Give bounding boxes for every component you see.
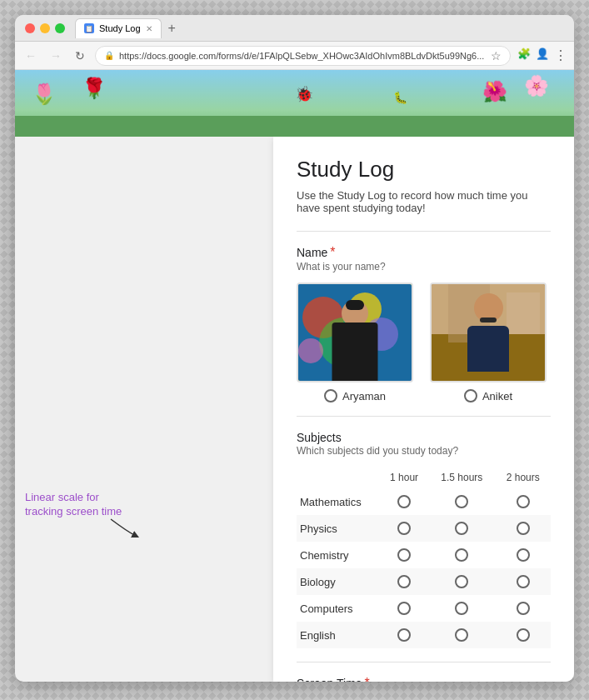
title-bar: 📋 Study Log ✕ + — [15, 15, 574, 42]
table-row: English — [297, 622, 551, 648]
divider-2 — [297, 416, 551, 417]
bio-2hr[interactable] — [496, 568, 552, 595]
nav-bar: ← → ↻ 🔒 https://docs.google.com/forms/d/… — [15, 42, 574, 70]
table-row: Chemistry — [297, 542, 551, 568]
table-row: Mathematics — [297, 488, 551, 515]
phys-2hr[interactable] — [496, 515, 552, 542]
comp-15hr[interactable] — [428, 595, 495, 622]
photo-frame-aryaman — [297, 282, 413, 382]
table-row: Physics — [297, 515, 551, 542]
comp-1hr[interactable] — [380, 595, 428, 622]
math-2hr[interactable] — [496, 488, 552, 515]
radio-math-2hr[interactable] — [517, 495, 530, 508]
photo-option-aniket[interactable]: Aniket — [430, 282, 547, 402]
chem-1hr[interactable] — [380, 542, 428, 568]
bio-15hr[interactable] — [428, 568, 495, 595]
aniket-option-row[interactable]: Aniket — [464, 389, 512, 402]
comp-2hr[interactable] — [496, 595, 552, 622]
radio-comp-15hr[interactable] — [455, 602, 468, 615]
form-title: Study Log — [297, 157, 551, 182]
close-button[interactable] — [25, 23, 35, 33]
tab-favicon: 📋 — [84, 23, 94, 33]
radio-bio-15hr[interactable] — [455, 575, 468, 588]
subjects-section: Subjects Which subjects did you study to… — [297, 430, 551, 648]
radio-eng-2hr[interactable] — [517, 628, 530, 642]
lock-icon: 🔒 — [104, 51, 114, 60]
browser-content: 🌷 🌹 🌸 🌺 🐞 🐛 Linear scale for tracking sc… — [15, 70, 574, 682]
subject-english: English — [297, 622, 380, 648]
radio-bio-1hr[interactable] — [397, 575, 411, 588]
screen-time-label: Screen Time — [297, 677, 362, 682]
radio-chem-1hr[interactable] — [397, 548, 411, 562]
aryaman-radio[interactable] — [324, 389, 337, 402]
radio-bio-2hr[interactable] — [517, 575, 530, 588]
svg-point-5 — [298, 338, 323, 363]
chem-2hr[interactable] — [496, 542, 552, 568]
photo-frame-aniket — [430, 282, 547, 382]
grass-strip — [15, 116, 574, 137]
eng-15hr[interactable] — [428, 622, 495, 648]
subjects-sublabel: Which subjects did you study today? — [297, 445, 551, 457]
radio-comp-2hr[interactable] — [517, 602, 530, 615]
svg-rect-9 — [507, 292, 540, 334]
math-15hr[interactable] — [428, 488, 495, 515]
maximize-button[interactable] — [55, 23, 65, 33]
refresh-button[interactable]: ↻ — [72, 48, 88, 64]
phys-15hr[interactable] — [428, 515, 495, 542]
screen-time-required: * — [365, 676, 370, 682]
aryaman-label: Aryaman — [342, 390, 386, 402]
divider-3 — [297, 662, 551, 662]
browser-tab[interactable]: 📋 Study Log ✕ — [75, 18, 162, 38]
eng-2hr[interactable] — [496, 622, 552, 648]
radio-comp-1hr[interactable] — [397, 602, 411, 615]
star-icon[interactable]: ☆ — [491, 49, 502, 62]
aniket-radio[interactable] — [464, 389, 477, 402]
aryaman-option-row[interactable]: Aryaman — [324, 389, 386, 402]
radio-chem-15hr[interactable] — [455, 548, 468, 562]
tab-close-icon[interactable]: ✕ — [146, 24, 152, 33]
photo-option-aryaman[interactable]: Aryaman — [297, 282, 413, 402]
math-1hr[interactable] — [380, 488, 428, 515]
minimize-button[interactable] — [40, 23, 50, 33]
person2-photo — [432, 284, 545, 381]
person2-glasses — [480, 318, 497, 322]
radio-phys-1hr[interactable] — [397, 522, 411, 535]
name-label-row: Name * — [297, 245, 551, 261]
radio-phys-2hr[interactable] — [517, 522, 530, 535]
url-text: https://docs.google.com/forms/d/e/1FAlpQ… — [119, 51, 484, 61]
radio-chem-2hr[interactable] — [517, 548, 530, 562]
menu-icon[interactable]: ⋮ — [554, 48, 567, 63]
table-row: Biology — [297, 568, 551, 595]
photo-options: Aryaman — [297, 282, 551, 402]
extensions-icon[interactable]: 🧩 — [517, 48, 531, 63]
person2-body — [467, 326, 509, 372]
aniket-label: Aniket — [482, 390, 512, 402]
traffic-lights — [25, 23, 65, 33]
form-container: Multi-choice matrix for logging hours pe… — [273, 137, 574, 682]
radio-math-15hr[interactable] — [455, 495, 468, 508]
forward-button[interactable]: → — [47, 48, 65, 64]
subject-computers: Computers — [297, 595, 380, 622]
person1-glasses — [346, 300, 364, 310]
caterpillar-icon: 🐛 — [393, 91, 407, 104]
radio-eng-1hr[interactable] — [397, 628, 411, 642]
ladybug-icon: 🐞 — [295, 85, 313, 103]
chem-15hr[interactable] — [428, 542, 495, 568]
phys-1hr[interactable] — [380, 515, 428, 542]
table-row: Computers — [297, 595, 551, 622]
radio-phys-15hr[interactable] — [455, 522, 468, 535]
address-bar[interactable]: 🔒 https://docs.google.com/forms/d/e/1FAl… — [95, 46, 511, 66]
subject-biology: Biology — [297, 568, 380, 595]
radio-math-1hr[interactable] — [397, 495, 411, 508]
radio-eng-15hr[interactable] — [455, 628, 468, 642]
eng-1hr[interactable] — [380, 622, 428, 648]
flower-icon-4: 🌺 — [482, 80, 507, 103]
bio-1hr[interactable] — [380, 568, 428, 595]
profile-icon[interactable]: 👤 — [536, 48, 549, 63]
screen-time-section: Screen Time * How much time you spent on… — [297, 676, 551, 682]
back-button[interactable]: ← — [22, 48, 40, 64]
name-required: * — [330, 245, 335, 260]
main-content-area: Linear scale for tracking screen time — [15, 137, 574, 682]
form-description: Use the Study Log to record how much tim… — [297, 189, 551, 214]
new-tab-button[interactable]: + — [165, 21, 179, 36]
